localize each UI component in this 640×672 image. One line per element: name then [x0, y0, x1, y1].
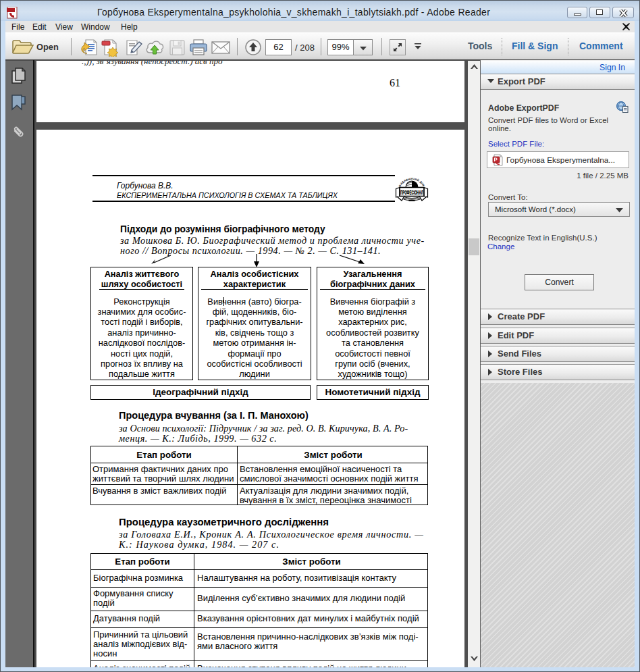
svg-text:ПРОФЕСІОНАЛ: ПРОФЕСІОНАЛ [400, 189, 423, 196]
